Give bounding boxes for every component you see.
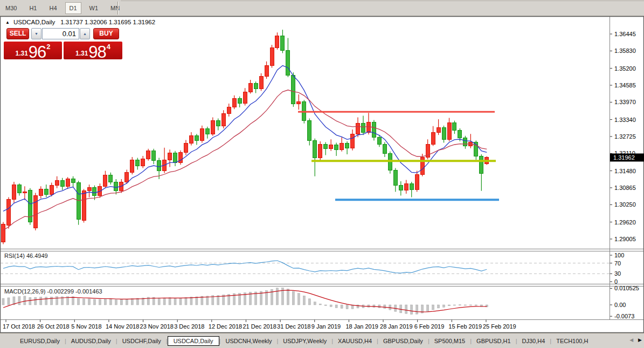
candle-body — [243, 92, 247, 104]
candle-body — [372, 122, 376, 137]
macd-bar — [24, 296, 26, 305]
volume-decrease-button[interactable]: ▼ — [31, 28, 41, 39]
tab-gbpusd-daily[interactable]: GBPUSD,Daily — [378, 336, 428, 346]
timeframe-buttons: M30H1H4D1W1MN — [1, 2, 128, 15]
macd-bar — [45, 297, 47, 305]
candle-body — [388, 154, 392, 170]
candle-body — [383, 144, 386, 154]
candle-body — [453, 123, 456, 131]
rsi-pane: 10070300 — [1, 252, 624, 285]
candle-body — [136, 160, 140, 166]
price-tick-label: 1.29005 — [614, 236, 636, 242]
timeframe-mn[interactable]: MN — [106, 2, 124, 14]
macd-bar — [453, 305, 455, 305]
tab-xauusd-h4[interactable]: XAUUSD,H4 — [333, 336, 377, 346]
date-tick-label: 12 Dec 2018 — [209, 323, 242, 330]
macd-bar — [104, 299, 106, 305]
tab-dj30-h4[interactable]: DJ30,H4 — [517, 336, 550, 346]
timeframe-m30[interactable]: M30 — [1, 2, 21, 14]
macd-bar — [131, 298, 133, 305]
candle-body — [17, 185, 21, 193]
tab-eurusd-daily[interactable]: EURUSD,Daily — [15, 336, 65, 346]
tab-audusd-daily[interactable]: AUDUSD,Daily — [66, 336, 116, 346]
volume-increase-button[interactable]: ▲ — [80, 28, 90, 39]
candle-body — [50, 186, 53, 195]
candle-body — [39, 189, 43, 195]
price-tick-label: 1.33340 — [614, 117, 636, 123]
tab-usdcad-daily[interactable]: USDCAD,Daily — [168, 336, 219, 346]
rsi-tick-label: 30 — [614, 270, 621, 277]
date-tick-label: 18 Jan 2019 — [345, 323, 378, 330]
candle-body — [147, 151, 150, 159]
candle-body — [189, 136, 193, 144]
candle-body — [114, 182, 118, 191]
current-price-label: 1.31962 — [613, 154, 635, 161]
macd-bar — [34, 297, 37, 305]
tab-tech100-h[interactable]: TECH100,H — [551, 336, 593, 346]
candle-body — [221, 114, 225, 126]
macd-bar — [427, 305, 429, 311]
candle-body — [366, 122, 370, 132]
volume-input[interactable] — [42, 28, 79, 39]
macd-tick-label: 0.00 — [614, 302, 626, 308]
macd-bar — [346, 305, 348, 309]
macd-bar — [8, 298, 10, 305]
timeframe-h4[interactable]: H4 — [45, 2, 61, 14]
tab-usdjpy-weekly[interactable]: USDJPY,Weekly — [278, 336, 331, 346]
trading-terminal: M30H1H4D1W1MN 1.364451.358301.352001.345… — [0, 0, 644, 348]
date-axis: 17 Oct 201826 Oct 20185 Nov 201814 Nov 2… — [3, 320, 516, 330]
tab-gbpusd-h1[interactable]: GBPUSD,H1 — [472, 336, 516, 346]
macd-bar — [448, 305, 451, 306]
candle-body — [232, 99, 236, 107]
tab-sp500-m15[interactable]: SP500,M15 — [430, 336, 470, 346]
tabs-scroll-right-icon[interactable]: ▶ — [638, 337, 642, 343]
tabs-scroll-left-icon[interactable]: ◀ — [629, 337, 633, 343]
chart-window: 1.364451.358301.352001.345851.339701.333… — [0, 16, 644, 333]
candle-body — [254, 84, 258, 89]
candle-body — [195, 136, 198, 141]
date-tick-label: 6 Feb 2019 — [414, 323, 445, 330]
macd-bar — [72, 297, 74, 305]
tab-navigation: ◀ ▶ — [629, 337, 642, 343]
tab-usdcnh-weekly[interactable]: USDCNH,Weekly — [220, 336, 276, 346]
buy-price-main: 98 — [88, 45, 106, 59]
macd-bar — [109, 299, 112, 305]
timeframe-h1[interactable]: H1 — [25, 2, 41, 14]
buy-price-prefix: 1.31 — [75, 50, 88, 57]
macd-bar — [459, 305, 461, 305]
buy-price-tile[interactable]: 1.31 98 4 — [64, 42, 122, 59]
candle-body — [200, 129, 204, 140]
sell-price-prefix: 1.31 — [15, 50, 27, 57]
macd-bar — [29, 297, 31, 305]
sell-price-tile[interactable]: 1.31 96 2 — [4, 42, 62, 59]
macd-indicator-label: MACD(12,26,9) -0.002299 -0.001463 — [4, 288, 102, 295]
buy-button[interactable]: BUY — [93, 28, 119, 39]
timeframe-d1[interactable]: D1 — [65, 2, 81, 14]
candle-body — [410, 183, 413, 189]
one-click-trading-panel: SELL ▼ ▲ BUY 1.31 96 2 1.31 98 4 — [0, 27, 129, 78]
macd-bar — [179, 298, 182, 305]
rsi-tick-label: 70 — [614, 260, 621, 267]
sell-button[interactable]: SELL — [6, 28, 29, 39]
timeframe-w1[interactable]: W1 — [85, 2, 103, 14]
tab-usdchf-daily[interactable]: USDCHF,Daily — [117, 336, 166, 346]
candle-body — [71, 179, 75, 183]
candle-body — [458, 131, 462, 138]
chart-ohlc-values: 1.31737 1.32006 1.31695 1.31962 — [60, 19, 155, 25]
price-tick-label: 1.34585 — [614, 82, 636, 88]
candle-body — [227, 107, 231, 114]
rsi-tick-label: 100 — [614, 252, 624, 258]
timeframe-toolbar: M30H1H4D1W1MN — [0, 0, 644, 16]
candle-body — [270, 47, 274, 65]
toolbar-divider — [121, 1, 644, 1]
candle-body — [103, 175, 107, 186]
macd-bar — [335, 305, 337, 308]
price-tick-label: 1.30250 — [614, 201, 636, 208]
rsi-tick-label: 0 — [614, 278, 618, 285]
sell-price-pip: 2 — [46, 43, 50, 51]
candle-body — [275, 36, 279, 47]
candle-body — [442, 127, 446, 139]
collapse-panel-icon[interactable]: ▲ — [5, 20, 10, 25]
candle-body — [82, 191, 86, 221]
ma-fast-line — [3, 66, 487, 211]
